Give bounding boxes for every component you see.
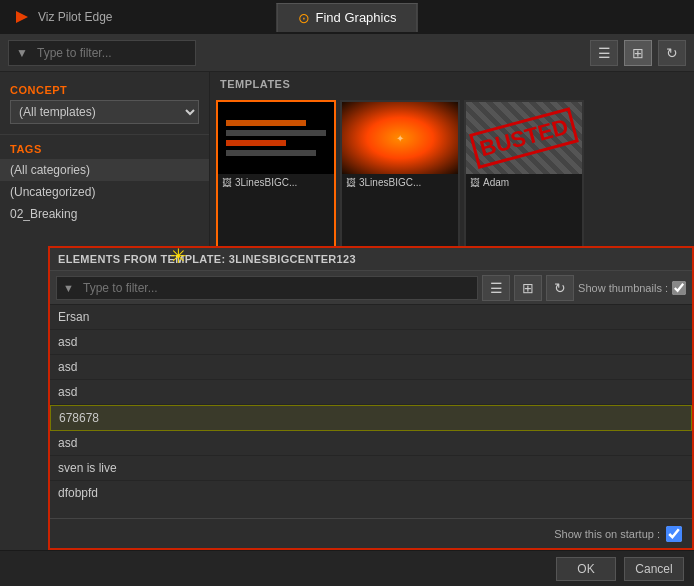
element-row-asd-4[interactable]: asd — [50, 431, 692, 456]
templates-header: TEMPLATES — [210, 72, 694, 96]
app-brand: Viz Pilot Edge — [0, 7, 200, 27]
thumb-name-1: 3LinesBIGC... — [235, 177, 297, 188]
ok-button[interactable]: OK — [556, 557, 616, 581]
find-graphics-tab[interactable]: ⊙ Find Graphics — [277, 3, 418, 32]
thumb-img-2: ✦ — [342, 102, 458, 174]
elements-refresh-icon: ↻ — [554, 280, 566, 296]
grid-view-icon: ⊞ — [632, 45, 644, 61]
elements-grid-view-button[interactable]: ⊞ — [514, 275, 542, 301]
app-logo-icon — [12, 7, 32, 27]
thumb-name-3: Adam — [483, 177, 509, 188]
tag-item-02-breaking[interactable]: 02_Breaking — [0, 203, 209, 225]
tmpl-visual-1 — [218, 102, 334, 174]
elements-panel-header: ELEMENTS FROM TEMPLATE: 3LINESBIGCENTER1… — [50, 248, 692, 271]
tmpl-visual-3: BUSTED — [466, 102, 582, 174]
elements-list-icon: ☰ — [490, 280, 503, 296]
tmpl-visual-2: ✦ — [342, 102, 458, 174]
grid-view-button[interactable]: ⊞ — [624, 40, 652, 66]
elements-toolbar: ▼ ☰ ⊞ ↻ Show thumbnails : — [50, 271, 692, 305]
line-4 — [226, 150, 316, 156]
element-row-asd-2[interactable]: asd — [50, 355, 692, 380]
main-toolbar: ▼ ☰ ⊞ ↻ — [0, 34, 694, 72]
refresh-icon: ↻ — [666, 45, 678, 61]
template-icon-2: 🖼 — [346, 177, 356, 188]
cancel-button[interactable]: Cancel — [624, 557, 684, 581]
stamp-badge: BUSTED — [469, 107, 579, 169]
title-bar: Viz Pilot Edge ⊙ Find Graphics — [0, 0, 694, 34]
filter-wrap: ▼ — [8, 40, 584, 66]
list-view-button[interactable]: ☰ — [590, 40, 618, 66]
tags-section-label: TAGS — [0, 139, 209, 159]
startup-row: Show this on startup : — [50, 518, 692, 548]
element-row-sven[interactable]: sven is live — [50, 456, 692, 481]
elements-filter-wrap: ▼ — [56, 276, 478, 300]
elements-list-view-button[interactable]: ☰ — [482, 275, 510, 301]
bottom-bar: OK Cancel — [0, 550, 694, 586]
thumb-label-3: 🖼 Adam — [466, 174, 582, 191]
line-2 — [226, 130, 326, 136]
element-row-asd-3[interactable]: asd — [50, 380, 692, 405]
element-row-dfobpfd[interactable]: dfobpfd — [50, 481, 692, 503]
elements-refresh-button[interactable]: ↻ — [546, 275, 574, 301]
tag-item-uncategorized[interactable]: (Uncategorized) — [0, 181, 209, 203]
template-icon-3: 🖼 — [470, 177, 480, 188]
show-thumbnails-label: Show thumbnails : — [578, 282, 668, 294]
find-graphics-icon: ⊙ — [298, 10, 310, 26]
thumb-img-3: BUSTED — [466, 102, 582, 174]
element-row-asd-1[interactable]: asd — [50, 330, 692, 355]
template-icon-1: 🖼 — [222, 177, 232, 188]
thumb-label-1: 🖼 3LinesBIGC... — [218, 174, 334, 191]
element-row-ersan[interactable]: Ersan — [50, 305, 692, 330]
thumb-img-1 — [218, 102, 334, 174]
element-row-678678[interactable]: 678678 ✳ — [50, 405, 692, 431]
divider-1 — [0, 134, 209, 135]
find-graphics-label: Find Graphics — [316, 10, 397, 25]
startup-checkbox[interactable] — [666, 526, 682, 542]
svg-marker-0 — [16, 11, 28, 23]
elements-grid-icon: ⊞ — [522, 280, 534, 296]
line-1 — [226, 120, 306, 126]
app-name-label: Viz Pilot Edge — [38, 10, 113, 24]
concept-dropdown[interactable]: (All templates) — [10, 100, 199, 124]
tag-item-all-categories[interactable]: (All categories) — [0, 159, 209, 181]
refresh-button[interactable]: ↻ — [658, 40, 686, 66]
list-view-icon: ☰ — [598, 45, 611, 61]
elements-panel: ELEMENTS FROM TEMPLATE: 3LINESBIGCENTER1… — [48, 246, 694, 550]
line-3 — [226, 140, 286, 146]
elements-list: Ersan asd asd asd 678678 ✳ asd sven is l… — [50, 305, 692, 503]
elements-filter-input[interactable] — [56, 276, 478, 300]
main-filter-input[interactable] — [8, 40, 196, 66]
thumb-label-2: 🖼 3LinesBIGC... — [342, 174, 458, 191]
thumb-name-2: 3LinesBIGC... — [359, 177, 421, 188]
startup-label: Show this on startup : — [554, 528, 660, 540]
concept-section-label: CONCEPT — [0, 80, 209, 100]
show-thumbnails-checkbox[interactable] — [672, 281, 686, 295]
